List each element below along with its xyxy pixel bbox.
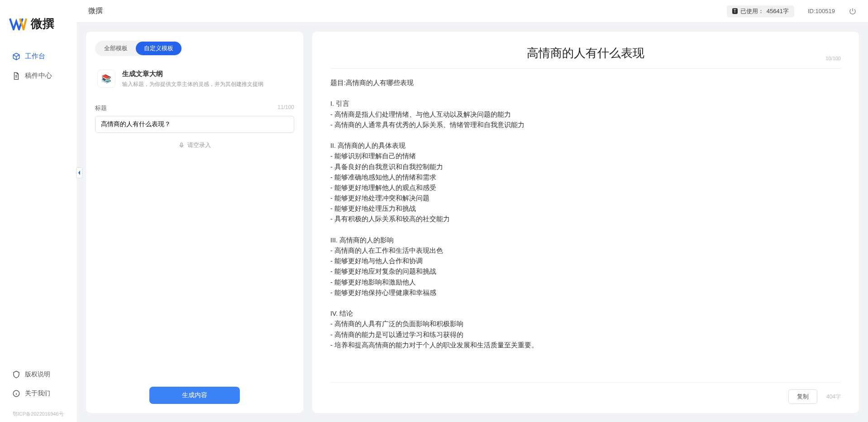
- nav-workspace[interactable]: 工作台: [7, 47, 70, 65]
- generate-button[interactable]: 生成内容: [149, 387, 240, 404]
- icp-text: 鄂ICP备2022016946号: [0, 411, 77, 422]
- usage-value: 45641字: [767, 7, 789, 15]
- page-title: 微撰: [88, 6, 103, 16]
- info-icon: [12, 389, 20, 398]
- input-panel: 全部模板 自定义模板 📚 生成文章大纲 输入标题，为你提供文章主体的灵感，并为其…: [86, 32, 303, 413]
- output-footer: 复制 404字: [330, 382, 841, 404]
- template-card: 📚 生成文章大纲 输入标题，为你提供文章主体的灵感，并为其创建推文提纲: [95, 65, 294, 93]
- nav-label: 工作台: [25, 52, 45, 61]
- logo-text: 微撰: [31, 16, 54, 32]
- svg-rect-3: [181, 143, 182, 146]
- tab-all-templates[interactable]: 全部模板: [96, 42, 136, 55]
- tab-custom-templates[interactable]: 自定义模板: [136, 42, 181, 55]
- books-icon: 📚: [97, 70, 115, 88]
- shield-icon: [12, 370, 20, 379]
- nav-about[interactable]: 关于我们: [7, 385, 70, 402]
- sidebar: 微撰 工作台 稿件中心 版权说明 关于我们 鄂ICP备2022016946号: [0, 0, 77, 422]
- microphone-icon: [178, 142, 185, 148]
- nav-copyright[interactable]: 版权说明: [7, 366, 70, 383]
- usage-prefix: 已使用：: [740, 7, 764, 15]
- topbar: 微撰 T 已使用： 45641字 ID:100519: [77, 0, 868, 23]
- nav-label: 版权说明: [25, 370, 50, 379]
- chevron-left-icon: [77, 170, 81, 175]
- main-nav: 工作台 稿件中心: [0, 47, 77, 366]
- sidebar-collapse-toggle[interactable]: [76, 167, 82, 178]
- divider: [330, 68, 841, 69]
- user-id: ID:100519: [808, 8, 835, 14]
- output-char-count: 404字: [826, 393, 841, 401]
- copy-button[interactable]: 复制: [788, 389, 817, 404]
- cube-icon: [12, 52, 20, 61]
- usage-indicator[interactable]: T 已使用： 45641字: [727, 5, 794, 17]
- template-tabs: 全部模板 自定义模板: [95, 41, 182, 56]
- nav-label: 稿件中心: [25, 71, 52, 80]
- sidebar-footer: 版权说明 关于我们: [0, 366, 77, 411]
- title-char-count: 11/100: [277, 104, 294, 112]
- output-header: 高情商的人有什么表现 10/100: [330, 45, 841, 61]
- logo-icon: [9, 18, 27, 30]
- voice-hint: 请空录入: [187, 141, 211, 149]
- output-body[interactable]: 题目:高情商的人有哪些表现 I. 引言 - 高情商是指人们处理情绪、与他人互动以…: [330, 78, 841, 382]
- title-input[interactable]: [95, 116, 294, 133]
- output-panel: 高情商的人有什么表现 10/100 题目:高情商的人有哪些表现 I. 引言 - …: [312, 32, 859, 413]
- document-icon: [12, 72, 20, 80]
- template-title: 生成文章大纲: [122, 70, 263, 78]
- voice-input-button[interactable]: 请空录入: [95, 141, 294, 149]
- power-icon[interactable]: [849, 7, 857, 15]
- nav-label: 关于我们: [25, 389, 50, 398]
- output-title: 高情商的人有什么表现: [330, 45, 841, 61]
- output-title-count: 10/100: [825, 56, 841, 61]
- nav-drafts[interactable]: 稿件中心: [7, 67, 70, 85]
- title-field-label: 标题 11/100: [95, 104, 294, 112]
- template-desc: 输入标题，为你提供文章主体的灵感，并为其创建推文提纲: [122, 81, 263, 88]
- logo: 微撰: [0, 0, 77, 47]
- usage-badge: T: [732, 8, 738, 14]
